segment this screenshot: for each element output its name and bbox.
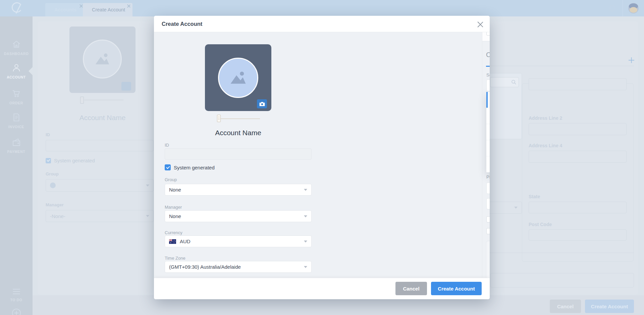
background-create-button: Create Account (585, 300, 634, 313)
close-tab-icon[interactable] (127, 4, 130, 8)
topbar-divider (623, 0, 623, 16)
notifications-bell-icon[interactable] (608, 4, 616, 13)
background-zoom-slider-track (84, 100, 123, 100)
upload-photo-button[interactable] (257, 99, 267, 108)
sidebar-item-todo[interactable]: TO DO (0, 287, 33, 302)
tab-create-account-label: Create Account (92, 7, 125, 12)
background-search-panel (487, 73, 522, 139)
timezone-select[interactable]: (GMT+09:30) Australia/Adelaide (165, 261, 312, 273)
group-select[interactable]: None (165, 184, 312, 196)
currency-label: Currency (165, 230, 182, 235)
image-placeholder-icon (83, 40, 122, 78)
background-state-label: State (529, 194, 540, 199)
create-account-button[interactable]: Create Account (431, 282, 482, 295)
manager-select[interactable]: None (165, 210, 312, 222)
add-fax-checkbox[interactable] (486, 216, 490, 222)
wallet-icon (11, 137, 21, 147)
zoom-slider-handle[interactable] (217, 115, 221, 122)
sidebar-item-payment[interactable]: PAYMENT (0, 137, 33, 154)
background-id-label: ID (46, 132, 50, 137)
sidebar-item-order[interactable]: ORDER (0, 89, 33, 105)
home-icon (11, 39, 21, 49)
background-avatar-tile (69, 27, 136, 93)
app-logo-icon[interactable] (9, 1, 25, 17)
sidebar-item-label: ORDER (0, 101, 33, 105)
sidebar-item-label: DASHBOARD (0, 52, 33, 56)
background-state-input (529, 202, 627, 213)
background-address-line2-input (529, 123, 627, 135)
background-account-name: Account Name (69, 114, 136, 122)
australia-flag-icon (169, 239, 176, 244)
phone-country-select[interactable]: Australia (61) (486, 182, 490, 194)
modal-header: Create Account (154, 16, 490, 32)
sidebar-item-new[interactable]: NEW (0, 308, 33, 315)
cart-icon (11, 89, 21, 99)
list-icon (12, 287, 21, 296)
checkbox-checked-icon[interactable] (165, 164, 171, 170)
plus-circle-icon (11, 308, 22, 315)
add-note-checkbox[interactable] (486, 32, 490, 36)
phone-number-input[interactable] (486, 198, 490, 209)
close-tab-icon[interactable] (79, 4, 83, 8)
tab-accounts[interactable]: Accounts (45, 3, 85, 16)
option-contact-4[interactable]: contact.4 (486, 140, 490, 156)
contact-type-select[interactable]: Billing Contact (486, 80, 490, 91)
option-contact-3[interactable]: contact.3 (486, 124, 490, 140)
background-postcode-label: Post Code (529, 222, 552, 227)
id-input[interactable] (165, 148, 312, 160)
active-nav-indicator (29, 67, 33, 75)
add-fax-row[interactable]: Add Fax Number (486, 216, 490, 222)
sidebar-item-account[interactable]: ACCOUNT (0, 63, 33, 79)
tab-accounts-label: Accounts (54, 7, 76, 12)
manager-label: Manager (165, 205, 182, 210)
camera-icon (259, 101, 265, 107)
cancel-button[interactable]: Cancel (395, 282, 427, 295)
background-group-label: Group (46, 171, 59, 176)
option-billing-contact[interactable]: Billing Contact (486, 92, 490, 108)
close-icon[interactable] (477, 21, 483, 27)
avatar-upload-tile (205, 44, 271, 111)
add-note-row[interactable]: Add a note for this action (482, 32, 490, 41)
background-wide-input (490, 273, 634, 287)
account-details-pane: Account Name ID System generated Group N… (154, 32, 330, 278)
invoice-icon (11, 112, 21, 122)
zoom-slider-track[interactable] (218, 118, 260, 119)
option-contact-5[interactable]: contact.5 (486, 156, 490, 172)
group-label: Group (165, 177, 177, 182)
address-panel: Address Address line 1 Address line 1 (486, 241, 490, 278)
chevron-down-icon (304, 215, 307, 217)
modal-title: Create Account (162, 21, 202, 27)
modal-body: Account Name ID System generated Group N… (154, 32, 490, 278)
top-bar: Accounts Create Account (0, 0, 644, 16)
chevron-down-icon (304, 241, 307, 243)
camera-icon (121, 82, 131, 91)
background-divider (490, 66, 634, 66)
sidebar-item-dashboard[interactable]: DASHBOARD (0, 39, 33, 56)
background-cancel-button: Cancel (550, 300, 581, 313)
currency-select[interactable]: AUD (165, 235, 312, 247)
background-select (487, 202, 522, 214)
add-mobile-checkbox[interactable] (486, 228, 490, 234)
contact-information-pane: Add a note for this action CONTACT INFOR… (482, 32, 490, 278)
background-address-line4-label: Address Line 4 (529, 143, 562, 148)
id-label: ID (165, 143, 169, 148)
sidebar-item-label: TO DO (0, 298, 33, 302)
add-mobile-row[interactable]: Add Mobile Number (486, 228, 490, 234)
background-manager-label: Manager (46, 202, 63, 207)
option-shipping-contact[interactable]: Shipping Contact (486, 108, 490, 124)
phone-label: Phone (486, 174, 490, 179)
background-postcode-input (529, 229, 627, 241)
sidebar-item-label: ACCOUNT (0, 75, 33, 79)
chevron-down-icon (304, 266, 307, 268)
sidebar-item-label: INVOICE (0, 125, 33, 129)
tab-create-account[interactable]: Create Account (83, 3, 132, 16)
search-icon (511, 79, 517, 85)
sidebar-item-invoice[interactable]: INVOICE (0, 112, 33, 129)
user-avatar[interactable] (628, 3, 639, 13)
account-name-title: Account Name (165, 129, 312, 137)
contact-information-heading: CONTACT INFORMATION (486, 51, 490, 59)
heading-underline (486, 66, 490, 67)
system-generated-checkbox-row[interactable]: System generated (165, 164, 215, 170)
section-divider (482, 41, 490, 41)
background-group-select (46, 179, 154, 192)
